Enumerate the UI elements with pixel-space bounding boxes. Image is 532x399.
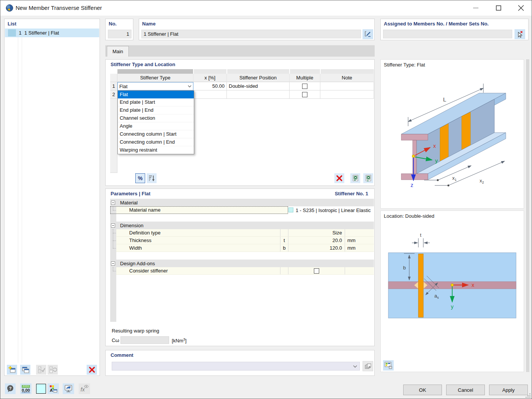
table-cell-position[interactable] (227, 90, 290, 99)
type-combobox[interactable]: Flat (117, 82, 193, 90)
multiple-checkbox[interactable] (302, 84, 307, 89)
consider-stiffener-checkbox[interactable] (314, 268, 319, 274)
warp-spring-input[interactable] (120, 336, 169, 344)
table-cell-note[interactable] (320, 90, 374, 99)
param-row-definition-type[interactable]: Definition type Size (116, 229, 374, 237)
column-header-x[interactable]: x [%] (193, 74, 227, 82)
multiple-checkbox[interactable] (302, 92, 307, 97)
delete-x-icon (336, 175, 343, 182)
units-settings-button[interactable]: 0,00 (20, 383, 32, 394)
list-item[interactable]: 1 1 Stiffener | Flat (5, 28, 99, 37)
dropdown-option[interactable]: Connecting column | End (118, 138, 194, 146)
param-symbol: t (280, 237, 288, 244)
group-row-dimension[interactable]: Dimension (110, 222, 374, 229)
collapse-icon[interactable] (111, 223, 115, 228)
maximize-button-icon[interactable] (494, 4, 504, 12)
ok-button[interactable]: OK (403, 385, 442, 395)
sort-button[interactable] (147, 173, 157, 183)
dropdown-option[interactable]: Channel section (118, 114, 194, 122)
import-excel-button[interactable] (363, 173, 373, 183)
copy-item-button[interactable] (20, 365, 30, 375)
ruler-icon (22, 385, 30, 388)
table-cell-type[interactable]: Flat (117, 82, 193, 90)
resize-grip[interactable] (526, 393, 531, 398)
app-icon (5, 4, 14, 12)
param-value[interactable]: 20.0 (288, 237, 345, 244)
type-combobox-value: Flat (119, 84, 188, 89)
table-corner-cell (110, 74, 117, 82)
param-value[interactable]: Size (288, 229, 345, 236)
table-cell-multiple[interactable] (290, 90, 320, 99)
no-input[interactable] (108, 30, 131, 38)
group-label: Material (120, 200, 138, 206)
svg-text:fx: fx (81, 386, 85, 393)
preview-settings-button[interactable] (383, 360, 394, 370)
param-value[interactable]: 120.0 (288, 244, 345, 252)
axis-y-label: y (451, 304, 454, 310)
param-row-consider-stiffener[interactable]: Consider stiffener (116, 267, 374, 275)
preview-location-title: Location: Double-sided (384, 213, 434, 219)
row-number: 1 (110, 82, 117, 90)
name-input[interactable] (141, 30, 361, 38)
minimize-button-icon[interactable] (471, 4, 481, 12)
table-cell-multiple[interactable] (290, 82, 320, 90)
select-members-button[interactable] (515, 29, 525, 39)
table-cell-position[interactable]: Double-sided (227, 82, 290, 90)
export-excel-button[interactable] (350, 173, 360, 183)
percent-toggle-button[interactable]: % (135, 173, 145, 183)
dim-label-x1: x1 (452, 175, 457, 182)
group-label: Design Add-ons (120, 261, 155, 266)
display-settings-button[interactable]: A (48, 383, 59, 394)
group-row-addons[interactable]: Design Add-ons (110, 260, 374, 267)
param-row-material-name[interactable]: Material name (116, 206, 288, 214)
dropdown-option[interactable]: Angle (118, 122, 194, 130)
column-header-note[interactable]: Note (320, 74, 374, 82)
table-cell-x[interactable]: 50.00 (193, 82, 227, 90)
rendering-button[interactable] (63, 383, 74, 394)
svg-text:?: ? (9, 386, 12, 391)
group-row-material[interactable]: Material (110, 199, 374, 206)
dropdown-option[interactable]: End plate | Start (118, 98, 194, 106)
delete-row-button[interactable] (334, 173, 344, 183)
help-button[interactable]: ? (5, 383, 16, 394)
param-label: Consider stiffener (116, 267, 280, 274)
close-button-icon[interactable] (516, 4, 526, 12)
new-item-button[interactable] (7, 365, 17, 375)
list-panel: List 1 1 Stiffener | Flat (4, 19, 100, 376)
new-window-icon (8, 366, 16, 374)
table-cell-x[interactable] (193, 90, 227, 99)
location-diagram: t b as x y (381, 233, 524, 347)
column-header-position[interactable]: Stiffener Position (227, 74, 290, 82)
delete-x-icon (89, 366, 95, 373)
preview-scrollbar[interactable] (526, 59, 529, 372)
type-location-box: Stiffener Type and Location Stiffener Ty… (105, 59, 375, 186)
param-row-thickness[interactable]: Thickness t 20.0 mm (116, 237, 374, 244)
dropdown-option[interactable]: Flat (118, 91, 194, 98)
dropdown-option[interactable]: Connecting column | Start (118, 130, 194, 138)
axis-z-label: z (411, 182, 413, 188)
param-label: Material name (129, 207, 160, 213)
apply-button[interactable]: Apply (489, 385, 528, 395)
delete-item-button[interactable] (87, 365, 97, 375)
list-item-index: 1 (18, 30, 22, 36)
collapse-icon[interactable] (111, 201, 115, 205)
column-header-type[interactable]: Stiffener Type (117, 74, 193, 82)
dim-label-t: t (420, 233, 421, 238)
param-row-width[interactable]: Width b 120.0 mm (116, 244, 374, 252)
list-grid-line (18, 37, 18, 363)
cancel-button[interactable]: Cancel (446, 385, 485, 395)
axis-x-label: x (472, 282, 474, 288)
color-swatch-button[interactable] (36, 384, 46, 394)
assigned-input[interactable] (383, 30, 512, 38)
comment-combobox[interactable] (112, 362, 360, 370)
table-cell-note[interactable] (320, 82, 374, 90)
collapse-icon[interactable] (111, 261, 115, 266)
tab-main[interactable]: Main (107, 46, 129, 57)
dropdown-option[interactable]: Warping restraint (118, 146, 194, 154)
comment-copy-button[interactable] (363, 361, 373, 371)
rename-button[interactable] (363, 29, 373, 39)
no-box: No. (105, 19, 133, 40)
column-header-multiple[interactable]: Multiple (290, 74, 320, 82)
material-value[interactable]: 1 - S235 | Isotropic | Linear Elastic (296, 207, 371, 213)
dropdown-option[interactable]: End plate | End (118, 106, 194, 114)
